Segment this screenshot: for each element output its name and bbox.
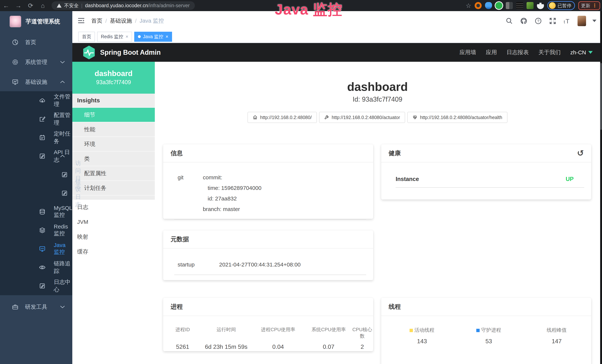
reload-icon[interactable]: ⟳ [24,2,37,9]
breadcrumb-infra[interactable]: 基础设施 [110,17,132,25]
sidebar-item-label: 错误日志 [75,178,81,208]
help-icon[interactable]: ? [534,17,542,25]
dashboard-icon [12,39,19,46]
sba-item-classes[interactable]: 类 [72,152,155,166]
tab-redis-monitor[interactable]: Redis 监控× [97,32,132,42]
pin-extension-icon[interactable] [485,2,492,9]
sidebar-item-redis-monitor[interactable]: Redis 监控 [0,221,72,240]
card-title: 元数据 [171,235,189,244]
sba-nav-applications[interactable]: 应用 [486,49,497,56]
heartbeat-icon [412,115,417,120]
sidebar-item-log-center[interactable]: 日志中心 [0,277,72,295]
sidebar-item-system[interactable]: 系统管理 [0,53,72,71]
metadata-card-header: 元数据 [163,230,373,248]
sba-nav-journal[interactable]: 日志报表 [506,49,529,56]
sidebar-item-file-management[interactable]: 文件管理 [0,91,72,110]
sba-item-caches[interactable]: 缓存 [72,244,155,259]
browser-menu-icon[interactable]: ⋮ [592,3,597,9]
insights-group: Insights 细节 性能 环境 类 配置属性 计划任务 [72,94,155,200]
chevron-up-icon [60,155,65,158]
tab-java-monitor[interactable]: Java 监控× [134,32,172,42]
paused-badge[interactable]: 已暂停 [547,1,575,10]
sba-item-config-props[interactable]: 配置属性 [72,166,155,181]
puzzle-extensions-icon[interactable] [537,2,544,9]
health-instance-row: Instance UP [381,162,591,182]
tab-home[interactable]: 首页 [78,32,95,42]
sba-instance-sidebar: dashboard 93a3fc7f7409 Insights 细节 性能 环境… [72,62,155,364]
breadcrumb-current: Java 监控 [140,17,164,25]
chevron-down-icon [60,61,65,64]
sidebar-item-java-monitor[interactable]: Java 监控 [0,240,72,258]
instance-id: 93a3fc7f7409 [72,78,155,86]
sidebar-item-error-logs[interactable]: 错误日志 [0,184,72,203]
sidebar-item-api-logs[interactable]: API 日志 [0,147,72,165]
page-scrollbar[interactable] [600,11,602,364]
grid-extension-icon[interactable] [506,2,513,9]
update-button[interactable]: 更新 ⋮ [578,1,600,10]
user-avatar[interactable] [578,16,586,26]
back-icon[interactable]: ← [0,2,12,9]
scrollbar-thumb[interactable] [600,63,602,130]
sba-nav-about[interactable]: 关于我们 [538,49,561,56]
sba-item-logs[interactable]: 日志 [72,200,155,214]
sba-item-mappings[interactable]: 映射 [72,229,155,244]
tab-close-icon[interactable]: × [126,34,128,40]
legend-label: 活动线程 [414,327,434,333]
val-pid: 5261 [163,343,202,350]
health-card-header: 健康 ↺ [381,144,591,162]
sidebar-item-infrastructure[interactable]: 基础设施 [0,73,72,91]
sidebar-item-access-logs[interactable]: 访问日志 [0,165,72,184]
github-icon[interactable] [520,17,528,25]
sba-nav-wallboard[interactable]: 应用墙 [459,49,476,56]
sba-item-jvm[interactable]: JVM [72,214,155,229]
row-divider [396,187,584,188]
forward-icon[interactable]: → [12,2,24,9]
address-bar[interactable]: 不安全 | dashboard.yudao.iocoder.cn/infra/a… [52,1,195,10]
val-process-cpu: 0.04 [250,343,306,350]
sidebar-item-dev-tools[interactable]: 研发工具 [0,298,72,316]
sba-item-metrics[interactable]: 性能 [72,122,155,137]
home-icon[interactable]: ⌂ [37,2,49,9]
instance-id-line: Id: 93a3fc7f7409 [155,96,600,103]
process-card: 进程 进程ID 运行时间 进程CPU使用率 系统CPU使用率 CPU核心数 52… [163,298,373,351]
hamburger-icon[interactable] [77,17,85,24]
threads-legend: 活动线程 守护进程 线程峰值 [381,327,591,333]
sba-item-details[interactable]: 细节 [72,108,155,122]
sidebar-item-tracing[interactable]: 链路追踪 [0,258,72,277]
extension-icon[interactable] [475,2,482,9]
service-url-chip[interactable]: http://192.168.0.2:48080/ [247,112,317,123]
fullscreen-icon[interactable] [548,17,557,25]
search-icon[interactable] [505,17,513,25]
card-title: 信息 [171,149,183,157]
health-url-chip[interactable]: http://192.168.0.2:48080/actuator/health [407,112,507,123]
on-extension-icon[interactable] [516,2,523,9]
y-extension-icon[interactable] [495,2,502,9]
bookmark-star-icon[interactable]: ☆ [466,2,471,9]
sba-item-environment[interactable]: 环境 [72,137,155,152]
instance-header: dashboard 93a3fc7f7409 [72,62,155,94]
tab-label: Redis 监控 [101,33,123,40]
card-title: 进程 [171,303,183,311]
sba-item-scheduled-tasks[interactable]: 计划任务 [72,181,155,196]
sidebar-item-mysql-monitor[interactable]: MySQL 监控 [0,203,72,221]
actuator-url-chip[interactable]: http://192.168.0.2:48080/actuator [319,112,405,123]
svg-text:t: t [564,20,565,24]
metadata-value: 2021-04-27T00:44:31.254+08:00 [219,259,301,270]
tab-close-icon[interactable]: × [166,34,168,40]
log-edit-icon [39,153,46,160]
font-size-icon[interactable]: tT [563,17,571,25]
sidebar-item-config-management[interactable]: 配置管理 [0,110,72,128]
legend-label: 线程峰值 [547,327,567,333]
sidebar-item-scheduled-jobs[interactable]: 定时任务 [0,128,72,147]
sidebar-item-home[interactable]: 首页 [0,33,72,52]
sba-language-select[interactable]: zh-CN [570,49,593,56]
daemon-threads-swatch [476,329,480,332]
breadcrumb-home[interactable]: 首页 [91,17,102,25]
sba-brand[interactable]: Spring Boot Admin [82,45,161,60]
history-icon[interactable]: ↺ [577,149,584,157]
user-menu-caret-icon[interactable] [592,20,596,22]
leaf-extension-icon[interactable] [527,2,534,9]
page: ← → ⟳ ⌂ 不安全 | dashboard.yudao.iocoder.cn… [0,0,602,364]
health-url: http://192.168.0.2:48080/actuator/health [420,115,502,120]
home-icon [253,115,258,120]
